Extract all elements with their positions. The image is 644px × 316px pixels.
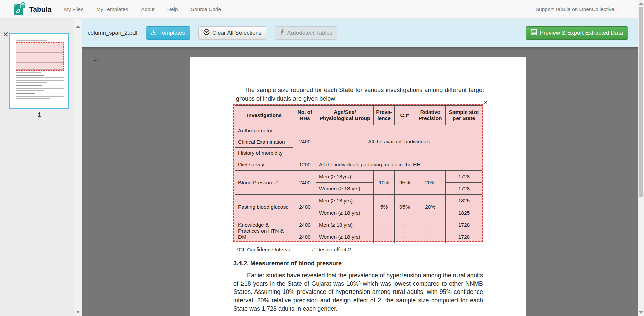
scroll-up-icon[interactable] <box>639 2 643 5</box>
remove-circle-icon <box>203 29 210 37</box>
thumbnail-text-line <box>16 101 59 101</box>
table-cell: 10% <box>374 171 395 195</box>
pdf-workspace[interactable]: 1. The sample size required for each Sta… <box>82 47 644 316</box>
table-cell: 1200 <box>293 159 316 171</box>
thumbnail-heading-line <box>16 85 42 86</box>
scrollbar-thumb[interactable] <box>639 7 643 197</box>
scroll-up-icon[interactable] <box>76 25 80 28</box>
autodetect-tables-button[interactable]: Autodetect Tables <box>275 26 337 40</box>
table-cell: 95% <box>395 171 415 195</box>
window-scrollbar[interactable] <box>638 0 644 316</box>
nav-item-my-templates[interactable]: My Templates <box>96 6 128 12</box>
header-cell: No. of HHs <box>293 106 316 125</box>
close-page-icon[interactable]: ✕ <box>3 31 9 38</box>
header-cell: Preva- lence <box>374 106 395 125</box>
pdf-page[interactable]: The sample size required for each State … <box>190 57 526 316</box>
table-cell: 2400 <box>293 195 316 219</box>
table-cell: Blood Pressure # <box>235 171 293 195</box>
table-cell: Anthropometry <box>235 125 293 136</box>
thumbnail-heading-line <box>16 75 44 76</box>
table-footnotes: *CI: Confidence Interval # Design effect… <box>237 246 351 253</box>
header-cell: C.I* <box>395 106 415 125</box>
table-cell: Women (≥ 18 yrs) <box>316 207 374 219</box>
table-cell: Women (≥ 18 yrs) <box>316 183 374 195</box>
table-cell: 20% <box>415 195 446 219</box>
table-cell: History of morbidity <box>235 148 293 159</box>
thumbnail-text-line <box>16 90 44 91</box>
tabula-logo-icon <box>14 2 26 17</box>
brand[interactable]: Tabula <box>14 2 51 17</box>
table-cell: - <box>395 231 415 243</box>
table-cell: 2400 <box>293 219 316 231</box>
nav-item-source-code[interactable]: Source Code <box>191 6 221 12</box>
table-cell: 1728 <box>446 231 482 243</box>
templates-button-label: Templates <box>159 30 185 36</box>
clear-button-label: Clear All Selections <box>212 30 261 36</box>
table-cell: Men (≥ 18 yrs) <box>316 219 374 231</box>
table-cell: 95% <box>395 195 415 219</box>
templates-button[interactable]: Templates <box>146 26 190 40</box>
table-row: Blood Pressure # 2400 Men (≥ 18yrs) 10% … <box>235 171 482 183</box>
table-cell: - <box>415 231 446 243</box>
thumbnail-text-line <box>16 95 64 95</box>
footnote-design-effect: # Design effect 2 <box>312 246 351 252</box>
thumbnail-text-line <box>16 82 47 83</box>
toolbar: column_span_2.pdf Templates <box>82 19 644 47</box>
thumbnail-text-line <box>16 96 64 97</box>
section-heading: 3.4.2. Measurement of blood pressure <box>233 260 342 267</box>
table-cell: 5% <box>374 195 395 219</box>
table-cell: All the available individuals <box>316 125 482 159</box>
table-header-row: Investigations No. of HHs Age/Sex/ Physi… <box>235 106 482 125</box>
thumbnail-text-line <box>16 79 64 79</box>
export-table-icon <box>531 29 537 37</box>
remove-selection-icon[interactable]: ✕ <box>483 99 488 105</box>
table-row: Fasting blood glucose 2400 Men (≥ 18 yrs… <box>235 195 482 207</box>
table-row: Knowledge & Practices on HTN & DM 2400 M… <box>235 219 482 231</box>
export-button-label: Preview & Export Extracted Data <box>540 30 623 36</box>
thumbnail-page-number: 1 <box>9 111 69 118</box>
table-selection-region[interactable]: ✕ Investigations No. of HHs Age/Sex/ Phy… <box>233 104 483 242</box>
document-filename: column_span_2.pdf <box>88 30 137 36</box>
lightning-icon <box>280 29 284 37</box>
header-cell: Investigations <box>235 106 293 125</box>
thumbnail-heading-line <box>16 93 35 94</box>
sidebar-scrollbar[interactable] <box>74 19 82 316</box>
thumbnail-text-line <box>16 87 64 87</box>
table-cell: 1825 <box>446 195 482 207</box>
brand-name: Tabula <box>29 5 51 13</box>
table-cell: 1825 <box>446 207 482 219</box>
table-cell: Diet survey <box>235 159 293 171</box>
page-thumbnail[interactable] <box>9 33 69 109</box>
table-cell: 2400 <box>293 171 316 195</box>
header-cell: Relative Precision <box>415 106 446 125</box>
header-cell: Sample size per State <box>446 106 482 125</box>
scroll-down-icon[interactable] <box>639 311 643 314</box>
table-cell: - <box>395 219 415 231</box>
thumbnail-text-line <box>16 88 64 89</box>
content-area: ✕ 1 co <box>0 19 644 316</box>
scroll-down-icon[interactable] <box>76 311 80 313</box>
nav-item-help[interactable]: Help <box>167 6 178 12</box>
nav-item-my-files[interactable]: My Files <box>64 6 84 12</box>
preview-export-button[interactable]: Preview & Export Extracted Data <box>526 26 628 40</box>
table-cell: 2400 <box>293 231 316 243</box>
table-cell: Fasting blood glucose <box>235 195 293 219</box>
header-cell: Age/Sex/ Physiological Group <box>316 106 374 125</box>
clear-all-selections-button[interactable]: Clear All Selections <box>198 26 266 40</box>
table-cell: 2400 <box>293 125 316 159</box>
table-cell: - <box>415 219 446 231</box>
thumbnail-text-line <box>16 98 50 99</box>
table-cell: Men (≥ 18yrs) <box>316 171 374 183</box>
support-link[interactable]: Support Tabula on OpenCollective! <box>536 6 616 12</box>
thumbnail-text-line <box>16 72 41 73</box>
table-cell: Knowledge & Practices on HTN & DM <box>235 219 293 243</box>
thumbnail-text-line <box>16 80 64 81</box>
page-thumbnail-sidebar: ✕ 1 <box>0 19 82 316</box>
table-cell: Men (≥ 18 yrs) <box>316 195 374 207</box>
nav-item-about[interactable]: About <box>141 6 155 12</box>
body-paragraph: Earlier studies have revealed that the p… <box>233 271 483 313</box>
table-cell: 20% <box>415 171 446 195</box>
page-marker: 1. <box>93 56 98 62</box>
table-cell: 1728 <box>446 183 482 195</box>
thumbnail-selection-box <box>16 42 64 71</box>
